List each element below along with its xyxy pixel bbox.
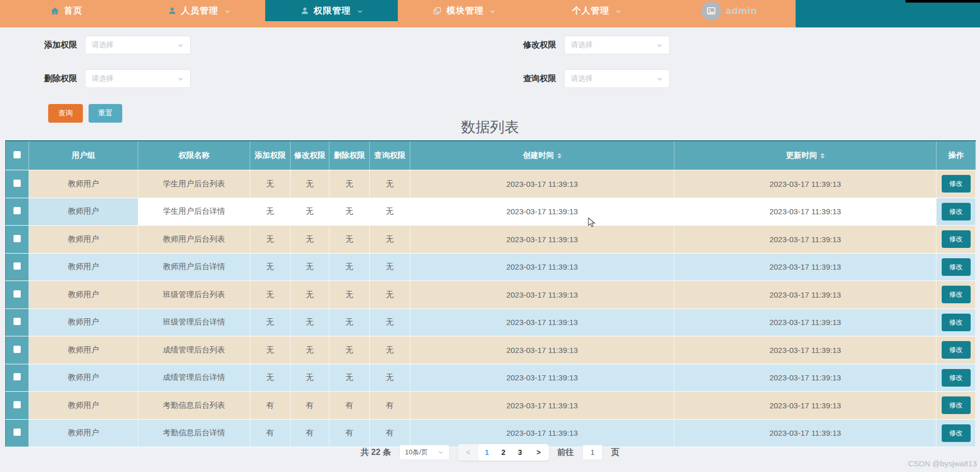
table-row: 教师用户班级管理后台列表无无无无2023-03-17 11:39:132023-… [6, 281, 976, 309]
goto-page-input[interactable] [582, 445, 603, 460]
nav-item-personnel[interactable]: 人员管理 [133, 0, 265, 21]
row-checkbox[interactable] [13, 262, 21, 270]
chevron-down-icon [224, 8, 230, 14]
cell-query-permission: 有 [370, 392, 410, 420]
cell-add-permission: 无 [250, 170, 291, 198]
filter-label: 删除权限 [44, 73, 77, 84]
column-header[interactable]: 创建时间 [410, 141, 674, 170]
next-page-button[interactable]: > [528, 444, 549, 461]
edit-button[interactable]: 修改 [942, 341, 971, 359]
nav-item-home[interactable]: 首页 [0, 0, 133, 21]
column-header: 添加权限 [250, 141, 291, 170]
cell-delete-permission: 无 [329, 281, 370, 309]
table-row: 教师用户学生用户后台详情无无无无2023-03-17 11:39:132023-… [6, 198, 976, 226]
cell-modify-permission: 无 [291, 281, 329, 309]
table-header-row: 用户组权限名称添加权限修改权限删除权限查询权限创建时间更新时间操作 [6, 141, 976, 170]
row-checkbox[interactable] [13, 207, 21, 214]
cell-query-permission: 无 [370, 281, 410, 309]
nav-item-personal[interactable]: 个人管理 [530, 0, 663, 21]
row-checkbox-cell [6, 308, 29, 336]
page-size-value: 10条/页 [405, 448, 428, 457]
row-checkbox[interactable] [13, 346, 21, 353]
edit-button[interactable]: 修改 [942, 369, 971, 387]
cell-permission-name: 班级管理后台详情 [138, 308, 250, 336]
query-permission-select[interactable]: 请选择 [564, 69, 670, 88]
cell-permission-name: 成绩管理后台列表 [138, 336, 250, 364]
cell-user-group: 教师用户 [29, 364, 138, 392]
add-permission-select[interactable]: 请选择 [85, 36, 191, 54]
select-all-checkbox-cell [6, 141, 29, 170]
select-placeholder: 请选择 [571, 74, 593, 83]
cell-updated-time: 2023-03-17 11:39:13 [674, 198, 936, 226]
table-row: 教师用户成绩管理后台列表无无无无2023-03-17 11:39:132023-… [6, 336, 976, 364]
row-checkbox-cell [6, 336, 29, 364]
goto-label: 前往 [557, 447, 574, 458]
delete-permission-select[interactable]: 请选择 [85, 69, 191, 88]
edit-button[interactable]: 修改 [942, 286, 971, 303]
edit-button[interactable]: 修改 [942, 258, 971, 276]
page-button-2[interactable]: 2 [495, 444, 512, 461]
pager: < 1 2 3 > [458, 444, 549, 461]
edit-button[interactable]: 修改 [942, 396, 971, 414]
row-checkbox[interactable] [13, 290, 21, 298]
row-checkbox[interactable] [13, 235, 21, 242]
edit-button[interactable]: 修改 [942, 424, 971, 442]
modify-permission-select[interactable]: 请选择 [564, 36, 670, 54]
home-icon [50, 6, 60, 16]
cell-permission-name: 教师用户后台列表 [138, 226, 250, 254]
sort-caret-icon[interactable] [820, 151, 825, 160]
cell-query-permission: 无 [370, 336, 410, 364]
page-size-select[interactable]: 10条/页 [399, 445, 450, 460]
nav-item-modules[interactable]: 模块管理 [398, 0, 530, 21]
cell-created-time: 2023-03-17 11:39:13 [410, 170, 674, 198]
edit-button[interactable]: 修改 [942, 230, 971, 248]
cell-actions: 修改 [936, 364, 976, 392]
row-checkbox[interactable] [13, 373, 21, 380]
cell-add-permission: 无 [250, 226, 291, 254]
user-icon [168, 6, 177, 15]
row-checkbox-cell [6, 198, 29, 226]
cell-permission-name: 学生用户后台列表 [138, 170, 250, 198]
edit-button[interactable]: 修改 [942, 314, 971, 331]
nav-user-admin[interactable]: admin [663, 0, 796, 21]
nav-menu: 首页人员管理权限管理模块管理个人管理admin [0, 0, 796, 27]
cell-modify-permission: 无 [291, 198, 329, 226]
row-checkbox[interactable] [13, 318, 21, 325]
page-button-3[interactable]: 3 [512, 444, 528, 461]
nav-item-label: 首页 [64, 5, 83, 17]
cell-created-time: 2023-03-17 11:39:13 [410, 364, 674, 392]
cell-user-group: 教师用户 [29, 419, 138, 447]
row-checkbox[interactable] [13, 401, 21, 408]
chevron-down-icon [177, 76, 184, 82]
cell-query-permission: 无 [370, 226, 410, 254]
edit-button[interactable]: 修改 [942, 203, 971, 220]
row-checkbox-cell [6, 281, 29, 309]
select-all-checkbox[interactable] [13, 151, 21, 158]
row-checkbox[interactable] [13, 180, 21, 187]
filter-add-permission: 添加权限 请选择 [44, 36, 191, 54]
select-placeholder: 请选择 [92, 74, 113, 83]
cell-add-permission: 无 [250, 253, 291, 281]
cell-user-group: 教师用户 [29, 281, 138, 309]
row-checkbox-cell [6, 364, 29, 392]
prev-page-button[interactable]: < [458, 444, 479, 461]
cell-query-permission: 无 [370, 308, 410, 336]
cell-query-permission: 无 [370, 364, 410, 392]
sort-caret-icon[interactable] [557, 151, 561, 160]
cell-delete-permission: 无 [329, 253, 370, 281]
cell-delete-permission: 无 [329, 170, 370, 198]
cell-delete-permission: 有 [329, 419, 370, 447]
goto-suffix: 页 [611, 447, 619, 458]
edit-button[interactable]: 修改 [942, 175, 971, 193]
row-checkbox[interactable] [13, 429, 21, 436]
table-row: 教师用户成绩管理后台详情无无无无2023-03-17 11:39:132023-… [6, 364, 976, 392]
cell-permission-name: 考勤信息后台详情 [138, 419, 250, 447]
cell-modify-permission: 无 [291, 336, 329, 364]
column-header[interactable]: 更新时间 [674, 141, 936, 170]
column-header: 操作 [936, 141, 976, 170]
filter-label: 修改权限 [523, 40, 556, 51]
column-header: 查询权限 [370, 141, 410, 170]
nav-item-permissions[interactable]: 权限管理 [265, 0, 398, 21]
page-button-1[interactable]: 1 [479, 444, 495, 461]
nav-item-label: 个人管理 [572, 5, 610, 17]
